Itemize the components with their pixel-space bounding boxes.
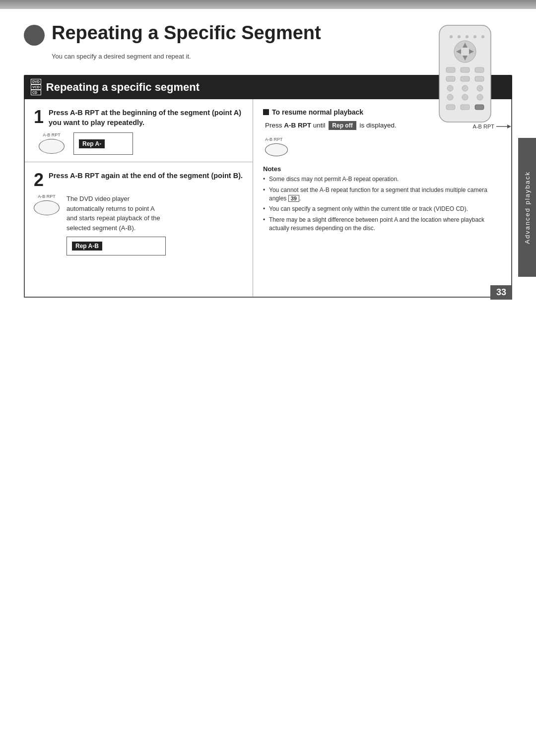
step1-display: Rep A- [73,132,133,155]
svg-rect-14 [475,67,484,72]
svg-marker-28 [507,125,511,128]
svg-rect-26 [475,105,484,110]
resume-button-area: A-B RPT [263,137,501,156]
svg-point-2 [458,35,461,38]
svg-rect-17 [475,76,484,81]
step1-btn-label: A-B RPT [43,132,61,137]
notes-section: Notes Some discs may not permit A-B repe… [263,165,501,233]
step1-btn [39,139,65,154]
svg-rect-15 [446,76,455,81]
note-item-3: You can specify a segment only within th… [263,205,501,213]
step1-button-area: A-B RPT [39,132,65,154]
sidebar-label: Advanced playback [518,138,536,277]
rep-off-badge: Rep off [329,121,356,130]
page-number: 33 [490,285,512,300]
page-number-area: 33 [490,285,512,300]
svg-point-21 [447,94,453,100]
step2-row: 2 Press A-B RPT again at the end of the … [25,162,253,262]
svg-point-1 [450,35,453,38]
step2-number: 2 [34,171,44,189]
svg-point-22 [462,94,468,100]
step2-display-area: The DVD video player automatically retur… [67,194,166,255]
left-column: 1 Press A-B RPT at the beginning of the … [25,99,253,297]
svg-point-23 [477,94,483,100]
svg-rect-24 [446,105,455,110]
step2-rep-badge: Rep A-B [72,242,102,251]
step1-number: 1 [34,108,44,126]
step1-text: Press A-B RPT at the beginning of the se… [49,108,244,127]
note-item-2: You cannot set the A-B repeat function f… [263,186,501,203]
step1-rep-badge: Rep A- [79,139,105,148]
section-title: Repeating a specific segment [46,81,200,94]
step2-display: Rep A-B [67,237,166,255]
step2-btn [34,200,60,215]
step1-row: 1 Press A-B RPT at the beginning of the … [25,99,253,162]
title-icon [24,25,45,46]
black-square-icon [263,109,269,115]
top-bar [0,0,536,9]
disc-icons: DVD VCD CD [31,79,41,95]
svg-point-19 [462,85,468,91]
svg-point-5 [481,35,484,38]
step2-btn-label: A-B RPT [38,194,56,199]
resume-btn-label: A-B RPT [265,137,283,142]
svg-rect-13 [461,67,469,72]
svg-rect-25 [461,105,469,110]
step2-text: Press A-B RPT again at the end of the se… [49,171,243,181]
notes-list: Some discs may not permit A-B repeat ope… [263,175,501,233]
resume-btn [265,143,288,156]
step2-description: The DVD video player automatically retur… [67,194,166,233]
svg-point-3 [466,35,469,38]
svg-rect-16 [461,76,469,81]
note-item-4: There may be a slight difference between… [263,216,501,233]
svg-point-20 [477,85,483,91]
svg-point-7 [460,47,470,57]
svg-rect-12 [446,67,455,72]
remote-illustration: A-B RPT [425,23,512,129]
notes-title: Notes [263,165,501,173]
svg-point-18 [447,85,453,91]
step2-button-area: A-B RPT [34,194,60,215]
page-title: Repeating a Specific Segment [52,23,321,44]
note-item-1: Some discs may not permit A-B repeat ope… [263,175,501,184]
svg-point-4 [473,35,476,38]
angle-badge: 39 [288,195,299,202]
ab-rpt-remote-label: A-B RPT [473,124,494,129]
